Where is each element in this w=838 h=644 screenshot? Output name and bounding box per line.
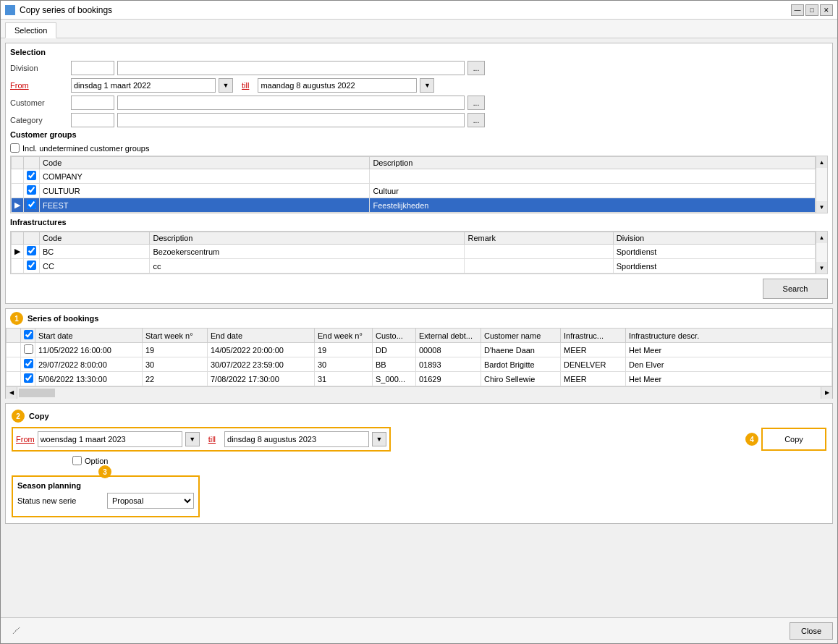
copy-till-label[interactable]: till: [203, 435, 221, 444]
cg-checkbox-3[interactable]: [27, 200, 36, 209]
series-check-cell-2[interactable]: [21, 357, 35, 372]
series-customer-1: DD: [373, 343, 416, 357]
cg-check-cell-2[interactable]: [24, 184, 40, 198]
category-name-input[interactable]: [117, 113, 465, 127]
infra-desc-header: Description: [150, 232, 465, 245]
series-customer-3: S_000...: [373, 372, 416, 386]
infra-scroll-down[interactable]: ▼: [816, 262, 827, 274]
series-infra-3: MEER: [561, 372, 626, 386]
infrastructures-label: Infrastructures: [10, 218, 828, 226]
close-button-titlebar[interactable]: ✕: [820, 4, 833, 16]
infra-checkbox-1[interactable]: [27, 246, 36, 255]
close-button[interactable]: Close: [790, 622, 833, 640]
window-icon: [5, 5, 15, 15]
division-name-input[interactable]: [117, 61, 465, 75]
till-label-selection[interactable]: till: [236, 81, 255, 90]
incl-undetermined-checkbox[interactable]: [10, 143, 20, 153]
series-start-week-1: 19: [143, 343, 208, 357]
minimize-button[interactable]: —: [791, 4, 804, 16]
option-checkbox[interactable]: [72, 456, 82, 465]
infra-scrollbar: ▲ ▼: [816, 232, 827, 274]
main-content: Selection Division ... From ▼ till ▼ Cus…: [1, 38, 837, 617]
customer-code-input[interactable]: [71, 96, 114, 110]
series-start-date-2: 29/07/2022 8:00:00: [35, 357, 143, 372]
series-end-date-2: 30/07/2022 23:59:00: [208, 357, 315, 372]
customer-groups-label: Customer groups: [10, 130, 828, 139]
series-hscroll-right[interactable]: ▶: [821, 387, 832, 399]
series-end-date-header: End date: [208, 329, 315, 343]
division-code-input[interactable]: [71, 61, 114, 75]
infra-scroll-up[interactable]: ▲: [816, 232, 827, 243]
series-customer-header: Custo...: [373, 329, 416, 343]
option-row: Option: [12, 456, 826, 465]
copy-from-label[interactable]: From: [16, 435, 35, 444]
cg-scroll-up[interactable]: ▲: [816, 156, 827, 168]
category-row: Category ...: [10, 113, 828, 127]
copy-from-date-input[interactable]: [38, 431, 182, 447]
infra-checkbox-2[interactable]: [27, 260, 36, 270]
series-ext-debt-3: 01629: [416, 372, 481, 386]
copy-till-date-input[interactable]: [224, 431, 369, 447]
cg-check-cell-3[interactable]: [24, 198, 40, 213]
infra-remark-1: [465, 245, 613, 259]
copy-from-date-dropdown[interactable]: ▼: [185, 432, 200, 446]
series-checkbox-2[interactable]: [24, 359, 33, 368]
series-cust-name-1: D'haene Daan: [481, 343, 561, 357]
cg-checkbox-2[interactable]: [27, 185, 36, 195]
series-header: Start date Start week n° End date End we…: [7, 329, 832, 343]
title-bar: Copy series of bookings — □ ✕: [1, 1, 837, 20]
series-infra-desc-2: Den Elver: [626, 357, 832, 372]
series-start-week-2: 30: [143, 357, 208, 372]
series-start-week-3: 22: [143, 372, 208, 386]
infra-expand-1: ▶: [12, 245, 24, 259]
from-label-selection[interactable]: From: [10, 81, 68, 90]
series-end-date-3: 7/08/2022 17:30:00: [208, 372, 315, 386]
cg-check-header: [12, 157, 24, 169]
from-date-input-selection[interactable]: [71, 78, 216, 93]
series-row-2: 29/07/2022 8:00:00 30 30/07/2022 23:59:0…: [7, 357, 832, 372]
series-checkbox-1[interactable]: [24, 344, 33, 354]
series-hscroll-thumb: [19, 389, 55, 397]
copy-btn-area: 4 Copy: [745, 428, 826, 451]
series-check-all[interactable]: [24, 330, 33, 339]
copy-till-date-dropdown[interactable]: ▼: [372, 432, 386, 446]
till-date-input-selection[interactable]: [258, 78, 417, 93]
status-select[interactable]: Proposal Confirmed Cancelled: [107, 493, 194, 509]
cg-desc-2: Cultuur: [370, 184, 816, 198]
series-end-week-header: End week n°: [315, 329, 373, 343]
tab-selection[interactable]: Selection: [5, 22, 56, 38]
copy-button[interactable]: Copy: [761, 428, 826, 451]
category-browse-button[interactable]: ...: [467, 113, 485, 127]
restore-button[interactable]: □: [805, 4, 818, 16]
series-hscroll-left[interactable]: ◀: [6, 387, 17, 399]
division-browse-button[interactable]: ...: [467, 61, 485, 75]
copy-form-row: From ▼ till ▼ 4 Copy: [12, 427, 826, 452]
category-code-input[interactable]: [71, 113, 114, 127]
series-check-cell-3[interactable]: [21, 372, 35, 386]
infrastructures-area: Infrastructures Code Description Remark: [10, 218, 828, 274]
series-check-cell-1[interactable]: [21, 343, 35, 357]
infra-check-cell-2[interactable]: [24, 259, 40, 274]
series-start-week-header: Start week n°: [143, 329, 208, 343]
customer-browse-button[interactable]: ...: [467, 96, 485, 110]
cg-checkbox-1[interactable]: [27, 171, 36, 180]
from-date-dropdown-selection[interactable]: ▼: [219, 78, 233, 93]
cg-check-cell-1[interactable]: [24, 169, 40, 184]
badge-1: 1: [10, 312, 23, 325]
cg-desc-3: Feestelijkheden: [370, 198, 816, 213]
infra-check-cell-1[interactable]: [24, 245, 40, 259]
customer-name-input[interactable]: [117, 96, 465, 110]
series-end-date-1: 14/05/2022 20:00:00: [208, 343, 315, 357]
series-checkbox-3[interactable]: [24, 373, 33, 383]
series-hscroll-track[interactable]: [17, 387, 821, 399]
till-date-dropdown-selection[interactable]: ▼: [420, 78, 434, 93]
infra-expand-header: [12, 232, 24, 245]
cg-scroll-down[interactable]: ▼: [816, 201, 827, 213]
series-section: 1 Series of bookings: [5, 308, 833, 399]
badge-4: 4: [745, 433, 758, 446]
series-check-header[interactable]: [21, 329, 35, 343]
series-ext-debt-header: External debt...: [416, 329, 481, 343]
series-start-date-3: 5/06/2022 13:30:00: [35, 372, 143, 386]
search-button[interactable]: Search: [763, 279, 828, 299]
series-infra-1: MEER: [561, 343, 626, 357]
